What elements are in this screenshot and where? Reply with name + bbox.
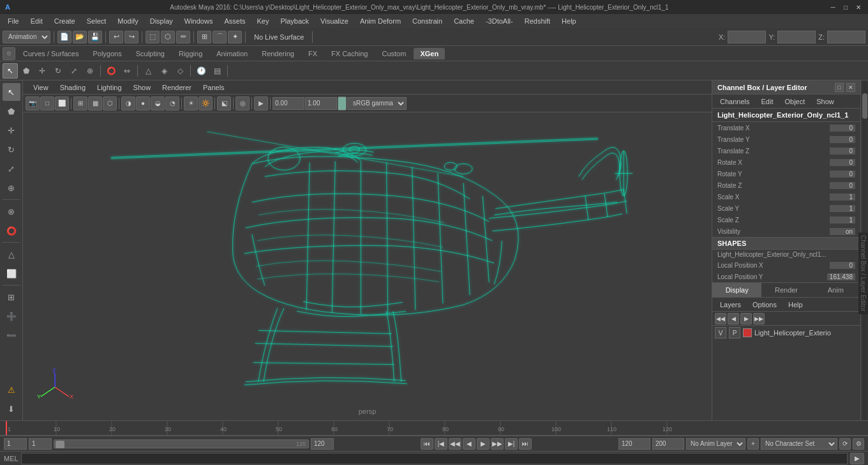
module-tab-fx[interactable]: FX: [302, 48, 324, 59]
panels-menu[interactable]: Panels: [198, 82, 230, 93]
snap-curve-icon[interactable]: ⌒: [213, 31, 227, 43]
max-frame2-field[interactable]: [652, 438, 684, 450]
view-menu[interactable]: View: [28, 82, 54, 93]
scale-tool-icon[interactable]: ⤢: [66, 63, 82, 79]
menu-item-playback[interactable]: Playback: [275, 16, 314, 26]
module-tab-polygons[interactable]: Polygons: [86, 48, 128, 59]
menu-item-key[interactable]: Key: [251, 16, 274, 26]
vp-xray-icon[interactable]: ⬕: [217, 96, 231, 111]
translate-z-row[interactable]: Translate Z 0: [712, 145, 860, 156]
vp-anim-icon[interactable]: ▶: [254, 96, 268, 111]
menu-item-edit[interactable]: Edit: [26, 16, 48, 26]
layer-end-icon[interactable]: ▶▶: [753, 313, 765, 324]
menu-item-cache[interactable]: Cache: [449, 16, 479, 26]
warning-icon[interactable]: ⚠: [3, 381, 20, 399]
redo-icon[interactable]: ↪: [124, 31, 138, 43]
history-icon[interactable]: 🕐: [193, 63, 209, 79]
lighting-menu[interactable]: Lighting: [92, 82, 127, 93]
play-back-button[interactable]: ◀: [463, 438, 475, 450]
add-icon[interactable]: ➕: [3, 307, 20, 325]
y-field[interactable]: [777, 31, 816, 43]
vp-color-icon[interactable]: [338, 96, 347, 111]
rotate-y-value[interactable]: 0: [830, 171, 855, 178]
vp-shade3-icon[interactable]: ◒: [151, 96, 165, 111]
max-frame-field[interactable]: [618, 438, 650, 450]
render-tab[interactable]: Render: [761, 283, 811, 297]
select-tool-icon[interactable]: ↖: [3, 63, 18, 79]
start-frame-field[interactable]: [29, 438, 52, 450]
end-frame-field[interactable]: [311, 438, 334, 450]
local-pos-y-row[interactable]: Local Position Y 161.438: [712, 271, 860, 282]
vp-shadow-icon[interactable]: 🔆: [198, 96, 213, 111]
scale-left-icon[interactable]: ⤢: [3, 160, 20, 178]
layer-back-icon[interactable]: ◀◀: [715, 313, 726, 324]
module-tab-rendering[interactable]: Rendering: [255, 48, 301, 59]
snap-point-icon[interactable]: ✦: [228, 31, 242, 43]
rotate-x-value[interactable]: 0: [830, 159, 855, 166]
snap-point2-icon[interactable]: ◈: [156, 63, 172, 79]
vp-shade1-icon[interactable]: ◑: [121, 96, 135, 111]
vp-value2-field[interactable]: [305, 97, 337, 110]
shading-menu[interactable]: Shading: [55, 82, 91, 93]
sym-icon[interactable]: ⇔: [119, 63, 135, 79]
help-tab[interactable]: Help: [783, 300, 808, 310]
scale-z-row[interactable]: Scale Z 1: [712, 214, 860, 225]
menu-item-modify[interactable]: Modify: [112, 16, 143, 26]
vp-grid-icon[interactable]: ⊞: [73, 96, 87, 111]
paint-icon[interactable]: ✏: [176, 31, 190, 43]
soft-select-icon[interactable]: ⭕: [103, 63, 119, 79]
local-pos-y-value[interactable]: 161.438: [827, 273, 855, 280]
char-set-select[interactable]: No Character Set: [761, 438, 837, 450]
snap-mid-icon[interactable]: ◇: [172, 63, 188, 79]
maximize-button[interactable]: □: [841, 3, 850, 11]
renderer-menu[interactable]: Renderer: [157, 82, 197, 93]
timeline-ruler[interactable]: 1 10 20 30 40 50 60 70 80 90 100 110 120: [0, 421, 868, 435]
snap-surface-icon[interactable]: △: [140, 63, 156, 79]
move-left-icon[interactable]: ✛: [3, 121, 20, 139]
layer-v-btn[interactable]: V: [715, 327, 726, 339]
mode-select[interactable]: Animation: [3, 31, 50, 43]
options-tab[interactable]: Options: [747, 300, 782, 310]
viewport[interactable]: View Shading Lighting Show Renderer Pane…: [23, 80, 712, 420]
vp-value1-field[interactable]: [273, 97, 304, 110]
step-back-button[interactable]: ◀◀: [449, 438, 461, 450]
module-tab-sculpting[interactable]: Sculpting: [130, 48, 171, 59]
goto-start-button[interactable]: ⏮: [421, 438, 433, 450]
rotate-tool-icon[interactable]: ↻: [50, 63, 66, 79]
new-file-icon[interactable]: 📄: [57, 31, 71, 43]
minimize-button[interactable]: ─: [828, 3, 837, 11]
goto-end-button[interactable]: ⏭: [519, 438, 532, 450]
select-icon[interactable]: ⬚: [146, 31, 160, 43]
menu-item-display[interactable]: Display: [145, 16, 178, 26]
scale-y-row[interactable]: Scale Y 1: [712, 202, 860, 214]
char-set-icon1[interactable]: ⟳: [839, 438, 851, 450]
edit-tab[interactable]: Edit: [756, 96, 778, 107]
layer-color-swatch[interactable]: [743, 328, 752, 337]
module-tab-curves-surfaces[interactable]: Curves / Surfaces: [17, 48, 85, 59]
local-pos-x-row[interactable]: Local Position X 0: [712, 259, 860, 271]
translate-y-row[interactable]: Translate Y 0: [712, 133, 860, 145]
frame-slider[interactable]: 120: [54, 439, 309, 448]
translate-y-value[interactable]: 0: [830, 136, 855, 143]
pivot-icon[interactable]: ⊗: [3, 202, 20, 220]
menu-item-windows[interactable]: Windows: [179, 16, 218, 26]
layers-tab[interactable]: Layers: [715, 300, 746, 310]
vp-shade2-icon[interactable]: ●: [136, 96, 150, 111]
frame-slider-thumb[interactable]: [56, 441, 64, 448]
command-input[interactable]: [21, 453, 848, 464]
translate-x-row[interactable]: Translate X 0: [712, 122, 860, 133]
rotate-x-row[interactable]: Rotate X 0: [712, 156, 860, 168]
rotate-z-row[interactable]: Rotate Z 0: [712, 179, 860, 191]
cb-expand-icon[interactable]: □: [835, 83, 844, 92]
play-fwd-button[interactable]: ▶: [477, 438, 490, 450]
display-tab[interactable]: Display: [712, 283, 761, 297]
timeline-area[interactable]: 1 10 20 30 40 50 60 70 80 90 100 110 120: [0, 420, 868, 436]
rotate-left-icon[interactable]: ↻: [3, 141, 20, 158]
scale-x-row[interactable]: Scale X 1: [712, 191, 860, 202]
vp-light-icon[interactable]: ☀: [184, 96, 198, 111]
menu-item-anim-deform[interactable]: Anim Deform: [355, 16, 406, 26]
show-tab[interactable]: Show: [811, 96, 839, 107]
menu-item-select[interactable]: Select: [82, 16, 112, 26]
char-set-icon2[interactable]: ⚙: [853, 438, 864, 450]
paint-select-icon[interactable]: ⬟: [3, 102, 20, 120]
